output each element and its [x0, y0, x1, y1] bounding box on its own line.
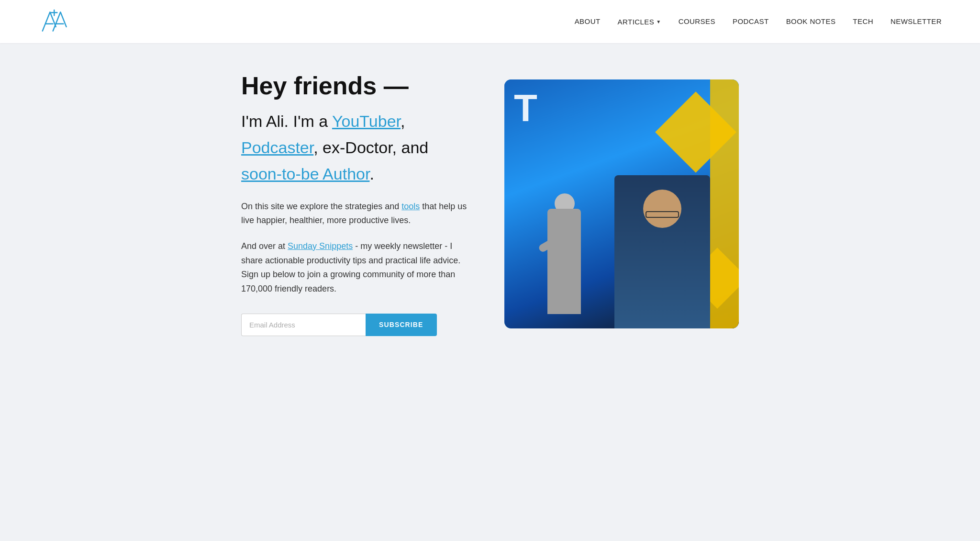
podcaster-link[interactable]: Podcaster — [241, 138, 313, 157]
nav-item-articles[interactable]: ARTICLES ▼ — [618, 18, 661, 26]
intro-text-part1: I'm Ali. I'm a — [241, 112, 332, 130]
hero-section: Hey friends — I'm Ali. I'm a YouTuber, P… — [203, 43, 777, 374]
hero-author-line: soon-to-be Author. — [241, 163, 476, 185]
nav-item-newsletter[interactable]: NEWSLETTER — [891, 17, 942, 26]
nav-link-about[interactable]: ABOUT — [575, 17, 601, 25]
sunday-snippets-link[interactable]: Sunday Snippets — [288, 241, 353, 251]
hero-podcaster-line: Podcaster, ex-Doctor, and — [241, 136, 476, 159]
portrait-overlay — [614, 175, 710, 328]
intro-comma: , — [401, 112, 405, 130]
portrait-face — [643, 190, 681, 228]
nav-link-book-notes[interactable]: BOOK NOTES — [786, 17, 836, 25]
nav-item-book-notes[interactable]: BOOK NOTES — [786, 17, 836, 26]
email-input[interactable] — [241, 314, 366, 336]
portrait-glasses — [646, 211, 679, 218]
hero-intro-line: I'm Ali. I'm a YouTuber, — [241, 110, 476, 133]
letter-t-decoration: T — [514, 89, 537, 127]
nav-item-podcast[interactable]: PODCAST — [733, 17, 769, 26]
nav-link-articles[interactable]: ARTICLES ▼ — [618, 18, 661, 26]
hero-image-placeholder: T — [504, 79, 739, 328]
speaker-body — [547, 209, 581, 314]
tools-link[interactable]: tools — [401, 202, 420, 211]
speaker-silhouette — [528, 151, 614, 314]
nav-links-list: ABOUT ARTICLES ▼ COURSES PODCAST BOOK NO… — [575, 17, 942, 26]
intro-part3: , ex-Doctor, and — [313, 138, 428, 157]
nav-link-podcast[interactable]: PODCAST — [733, 17, 769, 25]
navigation: ABOUT ARTICLES ▼ COURSES PODCAST BOOK NO… — [0, 0, 980, 43]
newsletter-part1: And over at — [241, 241, 288, 251]
logo-icon — [38, 7, 72, 36]
logo[interactable] — [38, 7, 72, 36]
nav-link-newsletter[interactable]: NEWSLETTER — [891, 17, 942, 25]
nav-link-tech[interactable]: TECH — [853, 17, 873, 25]
hero-image: T — [504, 79, 739, 328]
hero-headline: Hey friends — — [241, 72, 476, 101]
desc-part1: On this site we explore the strategies a… — [241, 202, 401, 211]
nav-link-courses[interactable]: COURSES — [679, 17, 715, 25]
articles-dropdown-arrow: ▼ — [656, 19, 661, 24]
subscribe-form: SUBSCRIBE — [241, 314, 476, 336]
nav-item-courses[interactable]: COURSES — [679, 17, 715, 26]
hero-description: On this site we explore the strategies a… — [241, 200, 476, 228]
intro-part4: . — [369, 165, 374, 183]
author-link[interactable]: soon-to-be Author — [241, 165, 369, 183]
hero-left-content: Hey friends — I'm Ali. I'm a YouTuber, P… — [241, 72, 476, 336]
nav-item-tech[interactable]: TECH — [853, 17, 873, 26]
hero-newsletter-blurb: And over at Sunday Snippets - my weekly … — [241, 239, 476, 296]
subscribe-button[interactable]: SUBSCRIBE — [366, 314, 437, 336]
youtuber-link[interactable]: YouTuber — [332, 112, 401, 130]
nav-item-about[interactable]: ABOUT — [575, 17, 601, 26]
